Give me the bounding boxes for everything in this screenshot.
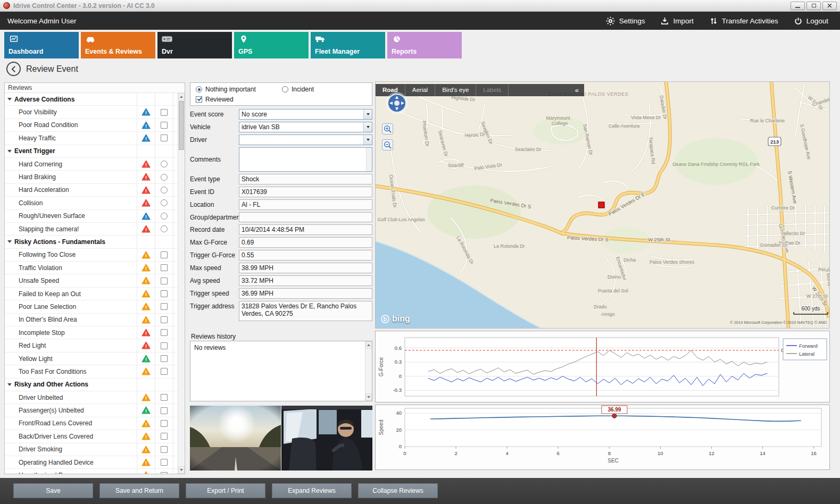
review-item-back-driver-lens-covered[interactable]: Back/Driver Lens Covered! <box>5 430 178 443</box>
map-toolbar-collapse-icon[interactable]: « <box>570 86 584 94</box>
review-item-following-too-close[interactable]: Following Too Close! <box>5 249 178 262</box>
group-department-field[interactable] <box>239 212 372 222</box>
review-item-heavy-traffic[interactable]: Heavy Traffic! <box>5 132 178 145</box>
review-item-slapping-the-camera[interactable]: Slapping the camera!! <box>5 223 178 236</box>
scroll-up-icon[interactable] <box>178 93 185 100</box>
checkbox[interactable] <box>161 420 168 427</box>
radio-button[interactable] <box>161 199 168 206</box>
collapse-arrow-icon[interactable] <box>5 98 14 100</box>
checkbox[interactable] <box>161 394 168 401</box>
cabin-camera-thumbnail[interactable] <box>281 406 372 471</box>
review-item-driver-unbelted[interactable]: Driver Unbelted! <box>5 391 178 404</box>
checkbox[interactable] <box>161 303 168 310</box>
checkbox[interactable] <box>161 251 168 258</box>
event-score-select[interactable]: No score <box>239 109 372 120</box>
review-item-hard-cornering[interactable]: Hard Cornering! <box>5 158 178 171</box>
radio-button[interactable] <box>161 213 168 220</box>
menu-settings-button[interactable]: Settings <box>606 16 645 26</box>
review-item-red-light[interactable]: Red Light! <box>5 339 178 352</box>
tab-gps[interactable]: GPS <box>234 32 309 58</box>
radio-button[interactable] <box>161 225 168 232</box>
review-item-rough-uneven-surface[interactable]: Rough/Uneven Surface! <box>5 210 178 223</box>
vehicle-select[interactable]: idrive Van SB <box>239 122 372 132</box>
scroll-up-icon[interactable] <box>365 341 372 349</box>
checkbox[interactable] <box>161 278 168 284</box>
review-item-poor-road-condition[interactable]: Poor Road Condition! <box>5 119 178 132</box>
menu-import-button[interactable]: Import <box>661 17 693 25</box>
collapse-arrow-icon[interactable] <box>5 150 14 153</box>
back-button[interactable] <box>6 62 21 76</box>
event-type-field[interactable]: Shock <box>239 174 372 184</box>
radio-incident[interactable]: Incident <box>282 86 314 93</box>
scrollbar-thumb[interactable] <box>179 101 184 150</box>
textarea-scrollbar[interactable] <box>366 148 372 171</box>
comments-textarea[interactable] <box>239 147 372 172</box>
checkbox[interactable] <box>161 290 168 297</box>
map-compass-control[interactable] <box>384 90 410 116</box>
checkbox[interactable] <box>161 135 168 141</box>
location-field[interactable]: Al - FL <box>239 199 372 210</box>
history-scrollbar[interactable] <box>365 341 372 401</box>
review-item-unauthorized-passenger[interactable]: Unauthorized Passenger! <box>5 469 178 474</box>
checkbox[interactable] <box>161 122 168 129</box>
collapse-arrow-icon[interactable] <box>5 240 14 243</box>
checkbox[interactable] <box>161 472 168 474</box>
event-id-field[interactable]: X017639 <box>239 187 372 197</box>
checkbox[interactable] <box>161 264 168 271</box>
checkbox[interactable] <box>161 342 168 349</box>
scroll-down-icon[interactable] <box>178 466 185 474</box>
review-item-failed-to-keep-an-out[interactable]: Failed to Keep an Out! <box>5 288 178 300</box>
zoom-in-button[interactable] <box>382 123 393 135</box>
radio-button[interactable] <box>161 187 168 194</box>
checkbox[interactable] <box>161 433 168 440</box>
review-item-yellow-light[interactable]: Yellow Light! <box>5 352 178 365</box>
review-item-unsafe-speed[interactable]: Unsafe Speed! <box>5 274 178 287</box>
checkbox[interactable] <box>161 459 168 466</box>
review-item-poor-visibility[interactable]: Poor Visibility! <box>5 106 178 119</box>
review-item-in-other-s-blind-area[interactable]: In Other's Blind Area! <box>5 314 178 326</box>
review-item-collision[interactable]: Collision! <box>5 197 178 209</box>
save-and-return-button[interactable]: Save and Return <box>99 483 179 498</box>
zoom-out-button[interactable] <box>382 139 393 150</box>
review-item-operating-handled-device[interactable]: Operating Handled Device! <box>5 456 178 469</box>
export-print-button[interactable]: Export / Print <box>186 483 265 498</box>
menu-logout-button[interactable]: Logout <box>794 17 828 25</box>
review-item-poor-lane-selection[interactable]: Poor Lane Selection! <box>5 300 178 313</box>
trigger-speed-field[interactable]: 36.99 MPH <box>239 288 372 299</box>
radio-nothing-important[interactable]: Nothing important <box>196 86 256 93</box>
minimize-button[interactable] <box>791 2 805 10</box>
record-date-field[interactable]: 10/4/2014 4:48:54 PM <box>239 224 372 235</box>
close-button[interactable] <box>822 2 837 10</box>
driver-select[interactable] <box>239 135 372 145</box>
max-speed-field[interactable]: 38.99 MPH <box>239 263 372 273</box>
checkbox[interactable] <box>161 407 168 414</box>
review-group-risky-and-other-actions[interactable]: Risky and Other Actions <box>5 379 178 391</box>
review-group-event-trigger[interactable]: Event Trigger <box>5 145 178 158</box>
checkbox[interactable] <box>161 329 168 336</box>
review-item-passenger-s-unbelted[interactable]: Passenger(s) Unbelted! <box>5 404 178 417</box>
review-item-hard-acceleration[interactable]: Hard Acceleration! <box>5 184 178 197</box>
avg-speed-field[interactable]: 33.72 MPH <box>239 275 372 286</box>
checkbox[interactable] <box>161 368 168 375</box>
max-g-force-field[interactable]: 0.69 <box>239 237 372 248</box>
map[interactable]: EAST RANCHO PALOS VERDESMarymountCollege… <box>375 81 830 329</box>
checkbox[interactable] <box>161 316 168 323</box>
reviews-scrollbar[interactable] <box>178 93 185 474</box>
checkbox[interactable] <box>161 355 168 362</box>
review-group-risky-actions-fundamentals[interactable]: Risky Actions - Fundamentals <box>5 236 178 248</box>
review-item-front-road-lens-covered[interactable]: Front/Road Lens Covered! <box>5 417 178 430</box>
map-style-aerial[interactable]: Aerial <box>405 84 435 96</box>
collapse-arrow-icon[interactable] <box>5 383 14 386</box>
tab-fleet[interactable]: Fleet Manager <box>311 32 385 58</box>
expand-reviews-button[interactable]: Expand Reviews <box>272 483 352 498</box>
map-style-bird-s-eye[interactable]: Bird's eye <box>435 84 476 96</box>
checkbox[interactable] <box>161 446 168 453</box>
menu-transfer-button[interactable]: Transfer Activities <box>710 17 778 25</box>
radio-button[interactable] <box>161 161 168 167</box>
front-camera-thumbnail[interactable] <box>190 406 281 471</box>
trigger-g-force-field[interactable]: 0.55 <box>239 250 372 261</box>
collapse-reviews-button[interactable]: Collapse Reviews <box>358 483 438 498</box>
event-location-marker[interactable] <box>598 202 604 208</box>
map-style-labels[interactable]: Labels <box>476 84 509 96</box>
review-item-too-fast-for-conditions[interactable]: Too Fast For Conditions! <box>5 365 178 378</box>
